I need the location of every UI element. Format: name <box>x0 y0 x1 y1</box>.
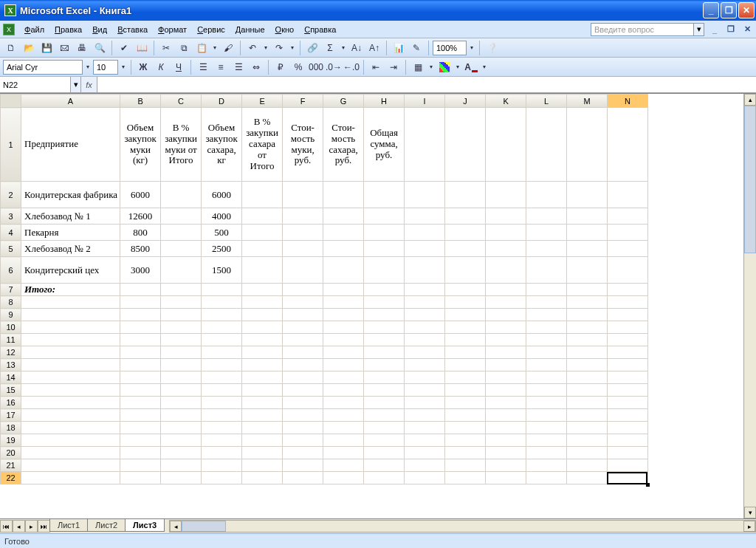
select-all-corner[interactable] <box>1 95 21 108</box>
cell-I19[interactable] <box>405 434 445 447</box>
col-header-I[interactable]: I <box>405 95 445 108</box>
cell-C5[interactable] <box>161 241 202 257</box>
cell-M9[interactable] <box>567 309 608 321</box>
cell-J20[interactable] <box>445 447 486 459</box>
cell-J6[interactable] <box>445 257 486 284</box>
cell-J7[interactable] <box>445 284 486 296</box>
cell-A3[interactable]: Хлебозавод № 1 <box>21 208 120 225</box>
cell-C9[interactable] <box>161 309 202 321</box>
cell-F2[interactable] <box>283 182 323 208</box>
cell-D14[interactable] <box>202 371 242 384</box>
cell-A12[interactable] <box>21 346 120 359</box>
row-header-22[interactable]: 22 <box>1 472 21 484</box>
cell-A9[interactable] <box>21 309 120 321</box>
cell-K11[interactable] <box>486 334 526 346</box>
cell-B17[interactable] <box>120 409 161 422</box>
cell-L15[interactable] <box>526 384 567 397</box>
cell-C14[interactable] <box>161 371 202 384</box>
cell-K2[interactable] <box>486 182 526 208</box>
cell-L18[interactable] <box>526 422 567 434</box>
cell-B5[interactable]: 8500 <box>120 241 161 257</box>
cell-G10[interactable] <box>323 321 364 334</box>
row-header-14[interactable]: 14 <box>1 371 21 384</box>
cell-J14[interactable] <box>445 371 486 384</box>
cell-E13[interactable] <box>242 359 283 371</box>
cell-H6[interactable] <box>364 257 405 284</box>
sort-asc-button[interactable]: A↓ <box>348 40 365 56</box>
cell-L20[interactable] <box>526 447 567 459</box>
cell-J8[interactable] <box>445 296 486 309</box>
cell-G20[interactable] <box>323 447 364 459</box>
cell-D15[interactable] <box>202 384 242 397</box>
cell-C12[interactable] <box>161 346 202 359</box>
scroll-up-button[interactable]: ▴ <box>744 94 756 106</box>
cell-H2[interactable] <box>364 182 405 208</box>
cell-F15[interactable] <box>283 384 323 397</box>
cell-B8[interactable] <box>120 296 161 309</box>
formula-input[interactable] <box>97 77 756 92</box>
cell-E14[interactable] <box>242 371 283 384</box>
cell-L8[interactable] <box>526 296 567 309</box>
cell-J12[interactable] <box>445 346 486 359</box>
col-header-G[interactable]: G <box>323 95 364 108</box>
cell-C1[interactable]: В % закупки муки от Итого <box>161 108 202 182</box>
cell-G17[interactable] <box>323 409 364 422</box>
cell-K9[interactable] <box>486 309 526 321</box>
cell-H14[interactable] <box>364 371 405 384</box>
save-button[interactable]: 💾 <box>38 40 55 56</box>
font-name-dropdown[interactable]: ▾ <box>84 64 92 70</box>
cell-E22[interactable] <box>242 472 283 484</box>
row-header-4[interactable]: 4 <box>1 225 21 241</box>
align-center-button[interactable]: ≡ <box>213 59 229 75</box>
cell-E4[interactable] <box>242 225 283 241</box>
cell-D21[interactable] <box>202 459 242 472</box>
mdi-minimize-button[interactable]: _ <box>709 24 721 35</box>
row-header-16[interactable]: 16 <box>1 397 21 409</box>
menu-вставка[interactable]: Вставка <box>112 23 153 36</box>
cell-N19[interactable] <box>608 434 648 447</box>
row-header-5[interactable]: 5 <box>1 241 21 257</box>
cell-K21[interactable] <box>486 459 526 472</box>
cell-N12[interactable] <box>608 346 648 359</box>
paste-button[interactable]: 📋 <box>193 40 210 56</box>
cell-J4[interactable] <box>445 225 486 241</box>
cell-N10[interactable] <box>608 321 648 334</box>
cell-C6[interactable] <box>161 257 202 284</box>
cell-I5[interactable] <box>405 241 445 257</box>
sheet-nav-first[interactable]: ⏮ <box>0 520 13 532</box>
cell-F20[interactable] <box>283 447 323 459</box>
cell-M21[interactable] <box>567 459 608 472</box>
cell-N6[interactable] <box>608 257 648 284</box>
cut-button[interactable]: ✂ <box>158 40 174 56</box>
col-header-M[interactable]: M <box>567 95 608 108</box>
cell-I8[interactable] <box>405 296 445 309</box>
cell-H18[interactable] <box>364 422 405 434</box>
cell-J5[interactable] <box>445 241 486 257</box>
cell-D22[interactable] <box>202 472 242 484</box>
cell-D10[interactable] <box>202 321 242 334</box>
cell-D8[interactable] <box>202 296 242 309</box>
cell-K8[interactable] <box>486 296 526 309</box>
sheet-nav-next[interactable]: ▸ <box>25 520 38 532</box>
cell-M16[interactable] <box>567 397 608 409</box>
cell-N5[interactable] <box>608 241 648 257</box>
cell-I21[interactable] <box>405 459 445 472</box>
cell-A7[interactable]: Итого: <box>21 284 120 296</box>
align-right-button[interactable]: ☰ <box>230 59 247 75</box>
col-header-N[interactable]: N <box>608 95 648 108</box>
cell-J15[interactable] <box>445 384 486 397</box>
col-header-H[interactable]: H <box>364 95 405 108</box>
cell-G13[interactable] <box>323 359 364 371</box>
decrease-decimal-button[interactable]: ←.0 <box>343 59 360 75</box>
cell-C2[interactable] <box>161 182 202 208</box>
cell-H7[interactable] <box>364 284 405 296</box>
cell-B9[interactable] <box>120 309 161 321</box>
merge-center-button[interactable]: ⇔ <box>248 59 264 75</box>
font-size-input[interactable]: 10 <box>93 60 118 75</box>
row-header-10[interactable]: 10 <box>1 321 21 334</box>
cell-I16[interactable] <box>405 397 445 409</box>
cell-L1[interactable] <box>526 108 567 182</box>
cell-E18[interactable] <box>242 422 283 434</box>
print-preview-button[interactable]: 🔍 <box>92 40 108 56</box>
cell-E8[interactable] <box>242 296 283 309</box>
